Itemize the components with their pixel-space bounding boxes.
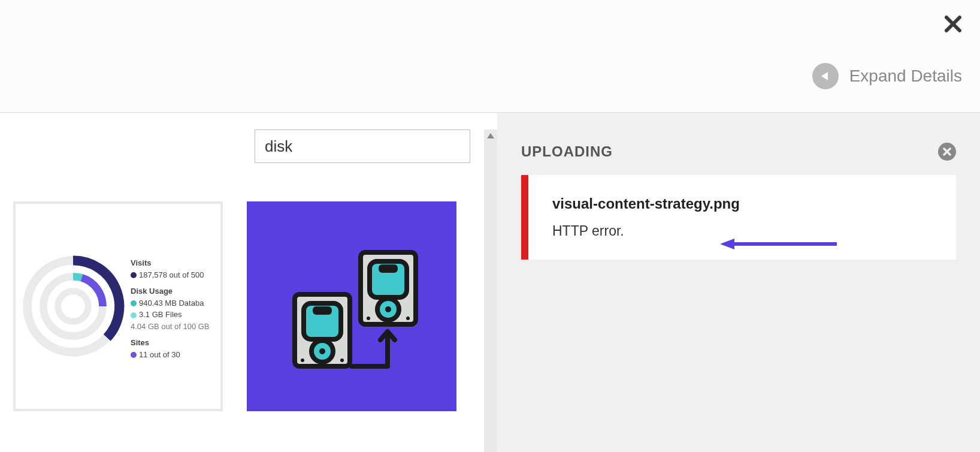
close-button[interactable] (944, 12, 962, 37)
search-input[interactable] (255, 129, 470, 163)
svg-point-17 (301, 358, 304, 362)
upload-section-title: UPLOADING (521, 143, 613, 160)
svg-rect-14 (313, 306, 332, 315)
media-browser: Visits 187,578 out of 500 Disk Usage 940… (0, 113, 497, 452)
thumbnail-grid: Visits 187,578 out of 500 Disk Usage 940… (13, 201, 456, 411)
svg-point-10 (367, 317, 370, 320)
svg-point-4 (58, 291, 88, 321)
thumbnail-stats: Visits 187,578 out of 500 Disk Usage 940… (131, 252, 210, 360)
expand-details-label: Expand Details (849, 67, 962, 86)
close-icon (944, 15, 962, 33)
annotation-arrow-icon (720, 235, 840, 253)
donut-chart-icon (19, 228, 127, 384)
dismiss-uploads-button[interactable] (938, 143, 956, 161)
thumbnail-disk-icon[interactable] (247, 201, 456, 411)
close-icon (943, 147, 951, 156)
content-area: Visits 187,578 out of 500 Disk Usage 940… (0, 113, 980, 452)
svg-point-9 (385, 306, 391, 312)
svg-marker-22 (720, 239, 734, 249)
chevron-left-icon (812, 63, 839, 89)
thumbnail-dashboard[interactable]: Visits 187,578 out of 500 Disk Usage 940… (13, 201, 223, 411)
scrollbar[interactable] (484, 129, 497, 452)
upload-item: visual-content-strategy.png HTTP error. (521, 175, 956, 260)
upload-filename: visual-content-strategy.png (552, 195, 932, 212)
disk-transfer-icon (274, 228, 429, 384)
svg-rect-7 (379, 264, 398, 273)
upload-panel: UPLOADING visual-content-strategy.png HT… (497, 113, 980, 452)
svg-point-11 (406, 317, 410, 320)
expand-details-button[interactable]: Expand Details (812, 63, 962, 89)
top-bar: Expand Details (0, 0, 980, 113)
upload-header: UPLOADING (521, 143, 956, 161)
svg-point-18 (340, 358, 344, 362)
svg-point-16 (319, 348, 325, 354)
